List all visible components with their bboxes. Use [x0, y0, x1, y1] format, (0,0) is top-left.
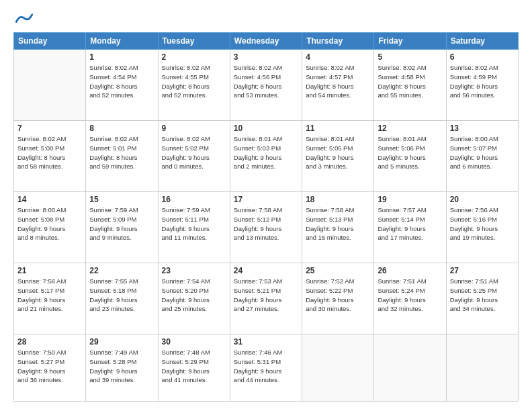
calendar-cell: 20Sunrise: 7:56 AMSunset: 5:16 PMDayligh…: [446, 192, 518, 263]
day-info: Sunrise: 7:58 AMSunset: 5:12 PMDaylight:…: [234, 205, 298, 242]
day-info: Sunrise: 7:52 AMSunset: 5:22 PMDaylight:…: [306, 277, 370, 314]
day-info: Sunrise: 8:02 AMSunset: 4:57 PMDaylight:…: [306, 63, 370, 100]
calendar-cell: 15Sunrise: 7:59 AMSunset: 5:09 PMDayligh…: [86, 192, 158, 263]
day-number: 27: [450, 266, 515, 275]
day-number: 25: [306, 266, 370, 275]
day-info: Sunrise: 7:51 AMSunset: 5:25 PMDaylight:…: [450, 277, 515, 314]
calendar-cell: 4Sunrise: 8:02 AMSunset: 4:57 PMDaylight…: [302, 50, 374, 121]
logo-wave-icon: [15, 12, 34, 26]
calendar-cell: 2Sunrise: 8:02 AMSunset: 4:55 PMDaylight…: [158, 50, 230, 121]
col-friday: Friday: [374, 33, 446, 50]
day-number: 6: [450, 52, 515, 62]
calendar-cell: [14, 50, 86, 121]
day-info: Sunrise: 8:02 AMSunset: 4:59 PMDaylight:…: [450, 63, 515, 100]
logo: [13, 12, 31, 26]
day-number: 12: [378, 124, 442, 133]
day-number: 4: [306, 52, 370, 62]
col-thursday: Thursday: [302, 33, 374, 50]
day-info: Sunrise: 7:51 AMSunset: 5:24 PMDaylight:…: [378, 277, 442, 314]
day-number: 16: [162, 195, 226, 204]
day-number: 13: [450, 124, 515, 133]
day-info: Sunrise: 8:02 AMSunset: 5:00 PMDaylight:…: [17, 134, 82, 171]
col-wednesday: Wednesday: [230, 33, 302, 50]
day-info: Sunrise: 7:59 AMSunset: 5:09 PMDaylight:…: [89, 205, 154, 242]
day-info: Sunrise: 7:49 AMSunset: 5:28 PMDaylight:…: [89, 348, 154, 385]
day-info: Sunrise: 7:57 AMSunset: 5:14 PMDaylight:…: [378, 205, 442, 242]
day-info: Sunrise: 7:46 AMSunset: 5:31 PMDaylight:…: [234, 348, 298, 385]
calendar-cell: 6Sunrise: 8:02 AMSunset: 4:59 PMDaylight…: [446, 50, 518, 121]
day-info: Sunrise: 7:50 AMSunset: 5:27 PMDaylight:…: [17, 348, 82, 385]
day-info: Sunrise: 8:02 AMSunset: 4:55 PMDaylight:…: [162, 63, 226, 100]
calendar-cell: 3Sunrise: 8:02 AMSunset: 4:56 PMDaylight…: [230, 50, 302, 121]
calendar-cell: 9Sunrise: 8:02 AMSunset: 5:02 PMDaylight…: [158, 121, 230, 192]
day-info: Sunrise: 8:02 AMSunset: 4:58 PMDaylight:…: [378, 63, 442, 100]
calendar-cell: 26Sunrise: 7:51 AMSunset: 5:24 PMDayligh…: [374, 263, 446, 334]
day-number: 30: [162, 337, 226, 347]
day-info: Sunrise: 7:55 AMSunset: 5:18 PMDaylight:…: [89, 277, 154, 314]
day-number: 29: [89, 337, 154, 347]
day-info: Sunrise: 8:02 AMSunset: 4:56 PMDaylight:…: [234, 63, 298, 100]
calendar-week-3: 14Sunrise: 8:00 AMSunset: 5:08 PMDayligh…: [14, 192, 519, 263]
day-number: 31: [234, 337, 298, 347]
calendar-cell: [302, 334, 374, 402]
day-info: Sunrise: 8:01 AMSunset: 5:05 PMDaylight:…: [306, 134, 370, 171]
day-number: 28: [17, 337, 82, 347]
day-number: 22: [89, 266, 154, 275]
day-number: 3: [234, 52, 298, 62]
calendar-week-5: 28Sunrise: 7:50 AMSunset: 5:27 PMDayligh…: [14, 334, 519, 402]
calendar-cell: 25Sunrise: 7:52 AMSunset: 5:22 PMDayligh…: [302, 263, 374, 334]
day-info: Sunrise: 8:01 AMSunset: 5:03 PMDaylight:…: [234, 134, 298, 171]
day-info: Sunrise: 7:54 AMSunset: 5:20 PMDaylight:…: [162, 277, 226, 314]
day-info: Sunrise: 7:56 AMSunset: 5:16 PMDaylight:…: [450, 205, 515, 242]
day-number: 15: [89, 195, 154, 204]
day-number: 14: [17, 195, 82, 204]
calendar-cell: 19Sunrise: 7:57 AMSunset: 5:14 PMDayligh…: [374, 192, 446, 263]
calendar-cell: 12Sunrise: 8:01 AMSunset: 5:06 PMDayligh…: [374, 121, 446, 192]
day-number: 7: [17, 124, 82, 133]
calendar-cell: 22Sunrise: 7:55 AMSunset: 5:18 PMDayligh…: [86, 263, 158, 334]
col-tuesday: Tuesday: [158, 33, 230, 50]
day-number: 26: [378, 266, 442, 275]
day-number: 9: [162, 124, 226, 133]
calendar-cell: [446, 334, 518, 402]
calendar-cell: 28Sunrise: 7:50 AMSunset: 5:27 PMDayligh…: [14, 334, 86, 402]
day-number: 11: [306, 124, 370, 133]
day-number: 23: [162, 266, 226, 275]
calendar-cell: 1Sunrise: 8:02 AMSunset: 4:54 PMDaylight…: [86, 50, 158, 121]
calendar-cell: 21Sunrise: 7:56 AMSunset: 5:17 PMDayligh…: [14, 263, 86, 334]
day-info: Sunrise: 8:02 AMSunset: 5:01 PMDaylight:…: [89, 134, 154, 171]
calendar-week-4: 21Sunrise: 7:56 AMSunset: 5:17 PMDayligh…: [14, 263, 519, 334]
day-info: Sunrise: 7:59 AMSunset: 5:11 PMDaylight:…: [162, 205, 226, 242]
calendar-cell: 30Sunrise: 7:48 AMSunset: 5:29 PMDayligh…: [158, 334, 230, 402]
calendar-cell: 7Sunrise: 8:02 AMSunset: 5:00 PMDaylight…: [14, 121, 86, 192]
day-info: Sunrise: 8:02 AMSunset: 5:02 PMDaylight:…: [162, 134, 226, 171]
day-info: Sunrise: 8:00 AMSunset: 5:08 PMDaylight:…: [17, 205, 82, 242]
page-header: [13, 12, 519, 26]
day-info: Sunrise: 7:58 AMSunset: 5:13 PMDaylight:…: [306, 205, 370, 242]
day-info: Sunrise: 7:56 AMSunset: 5:17 PMDaylight:…: [17, 277, 82, 314]
day-number: 17: [234, 195, 298, 204]
calendar-cell: 24Sunrise: 7:53 AMSunset: 5:21 PMDayligh…: [230, 263, 302, 334]
calendar-week-2: 7Sunrise: 8:02 AMSunset: 5:00 PMDaylight…: [14, 121, 519, 192]
calendar-cell: 31Sunrise: 7:46 AMSunset: 5:31 PMDayligh…: [230, 334, 302, 402]
day-info: Sunrise: 7:48 AMSunset: 5:29 PMDaylight:…: [162, 348, 226, 385]
col-monday: Monday: [86, 33, 158, 50]
calendar-cell: 16Sunrise: 7:59 AMSunset: 5:11 PMDayligh…: [158, 192, 230, 263]
day-number: 10: [234, 124, 298, 133]
day-number: 2: [162, 52, 226, 62]
calendar-cell: 18Sunrise: 7:58 AMSunset: 5:13 PMDayligh…: [302, 192, 374, 263]
day-info: Sunrise: 8:02 AMSunset: 4:54 PMDaylight:…: [89, 63, 154, 100]
day-number: 5: [378, 52, 442, 62]
day-info: Sunrise: 8:00 AMSunset: 5:07 PMDaylight:…: [450, 134, 515, 171]
day-number: 1: [89, 52, 154, 62]
day-info: Sunrise: 7:53 AMSunset: 5:21 PMDaylight:…: [234, 277, 298, 314]
calendar-cell: 17Sunrise: 7:58 AMSunset: 5:12 PMDayligh…: [230, 192, 302, 263]
header-row: Sunday Monday Tuesday Wednesday Thursday…: [14, 33, 519, 50]
calendar-cell: 13Sunrise: 8:00 AMSunset: 5:07 PMDayligh…: [446, 121, 518, 192]
day-info: Sunrise: 8:01 AMSunset: 5:06 PMDaylight:…: [378, 134, 442, 171]
calendar-week-1: 1Sunrise: 8:02 AMSunset: 4:54 PMDaylight…: [14, 50, 519, 121]
calendar-cell: 14Sunrise: 8:00 AMSunset: 5:08 PMDayligh…: [14, 192, 86, 263]
day-number: 24: [234, 266, 298, 275]
calendar-cell: 8Sunrise: 8:02 AMSunset: 5:01 PMDaylight…: [86, 121, 158, 192]
calendar-table: Sunday Monday Tuesday Wednesday Thursday…: [13, 32, 519, 402]
